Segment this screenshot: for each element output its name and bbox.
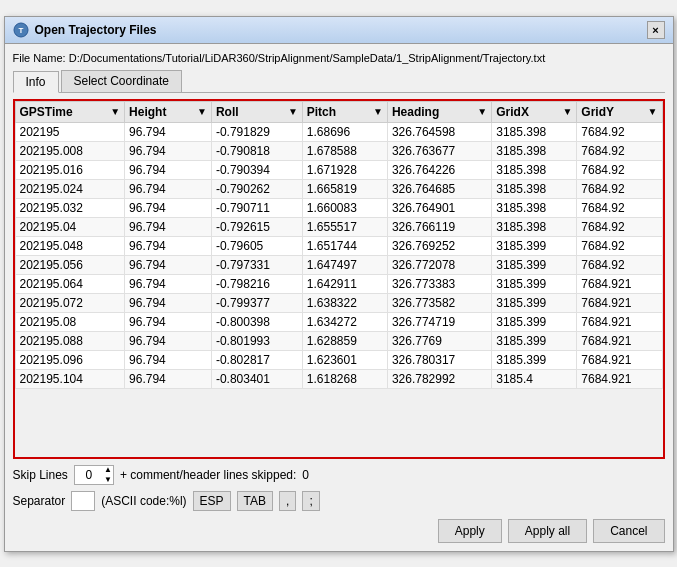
table-cell: 1.68696 xyxy=(302,122,387,141)
table-cell: 7684.92 xyxy=(577,122,662,141)
table-cell: -0.790262 xyxy=(211,179,302,198)
table-cell: 1.651744 xyxy=(302,236,387,255)
col-heading-arrow[interactable]: ▼ xyxy=(477,106,487,117)
col-gpstime-arrow[interactable]: ▼ xyxy=(110,106,120,117)
table-cell: 7684.92 xyxy=(577,179,662,198)
data-table-container[interactable]: GPSTime ▼ Height ▼ Roll xyxy=(13,99,665,459)
apply-button[interactable]: Apply xyxy=(438,519,502,543)
table-cell: 3185.398 xyxy=(492,122,577,141)
sep-btn-comma[interactable]: , xyxy=(279,491,296,511)
col-height-arrow[interactable]: ▼ xyxy=(197,106,207,117)
table-cell: 1.642911 xyxy=(302,274,387,293)
data-table: GPSTime ▼ Height ▼ Roll xyxy=(15,101,663,389)
table-row: 20219596.794-0.7918291.68696326.76459831… xyxy=(15,122,662,141)
col-heading[interactable]: Heading ▼ xyxy=(387,101,491,122)
table-cell: 326.773383 xyxy=(387,274,491,293)
table-cell: 202195.04 xyxy=(15,217,125,236)
table-row: 202195.05696.794-0.7973311.647497326.772… xyxy=(15,255,662,274)
table-cell: -0.79605 xyxy=(211,236,302,255)
sep-btn-esp[interactable]: ESP xyxy=(193,491,231,511)
close-button[interactable]: × xyxy=(647,21,665,39)
table-cell: 7684.921 xyxy=(577,331,662,350)
spinbox-down[interactable]: ▼ xyxy=(103,475,113,485)
cancel-button[interactable]: Cancel xyxy=(593,519,664,543)
col-gpstime[interactable]: GPSTime ▼ xyxy=(15,101,125,122)
app-icon: T xyxy=(13,22,29,38)
table-cell: 326.766119 xyxy=(387,217,491,236)
table-cell: 202195.056 xyxy=(15,255,125,274)
sep-btn-semicolon[interactable]: ; xyxy=(302,491,319,511)
table-cell: 96.794 xyxy=(125,141,212,160)
table-cell: 326.764901 xyxy=(387,198,491,217)
table-row: 202195.09696.794-0.8028171.623601326.780… xyxy=(15,350,662,369)
filepath-label: File Name: xyxy=(13,52,66,64)
skip-lines-spinbox[interactable]: ▲ ▼ xyxy=(74,465,114,485)
bottom-controls: Skip Lines ▲ ▼ + comment/header lines sk… xyxy=(13,465,665,543)
table-cell: 1.671928 xyxy=(302,160,387,179)
col-gridy[interactable]: GridY ▼ xyxy=(577,101,662,122)
table-cell: 326.764685 xyxy=(387,179,491,198)
table-cell: 96.794 xyxy=(125,160,212,179)
spinbox-arrows[interactable]: ▲ ▼ xyxy=(103,465,113,485)
table-cell: 7684.921 xyxy=(577,350,662,369)
separator-label: Separator xyxy=(13,494,66,508)
table-cell: 96.794 xyxy=(125,274,212,293)
col-roll-arrow[interactable]: ▼ xyxy=(288,106,298,117)
table-row: 202195.01696.794-0.7903941.671928326.764… xyxy=(15,160,662,179)
table-row: 202195.02496.794-0.7902621.665819326.764… xyxy=(15,179,662,198)
table-cell: 96.794 xyxy=(125,331,212,350)
col-pitch[interactable]: Pitch ▼ xyxy=(302,101,387,122)
table-row: 202195.04896.794-0.796051.651744326.7692… xyxy=(15,236,662,255)
table-cell: 7684.92 xyxy=(577,217,662,236)
table-cell: 202195.024 xyxy=(15,179,125,198)
spinbox-up[interactable]: ▲ xyxy=(103,465,113,475)
table-cell: 7684.921 xyxy=(577,369,662,388)
filepath-value: D:/Documentations/Tutorial/LiDAR360/Stri… xyxy=(69,52,545,64)
table-cell: 326.769252 xyxy=(387,236,491,255)
button-row: Apply Apply all Cancel xyxy=(13,519,665,543)
table-cell: 3185.399 xyxy=(492,293,577,312)
titlebar: T Open Trajectory Files × xyxy=(5,17,673,44)
col-gridx-arrow[interactable]: ▼ xyxy=(562,106,572,117)
table-row: 202195.0896.794-0.8003981.634272326.7747… xyxy=(15,312,662,331)
table-cell: 326.7769 xyxy=(387,331,491,350)
table-cell: -0.801993 xyxy=(211,331,302,350)
table-cell: 3185.398 xyxy=(492,198,577,217)
tab-select-coordinate[interactable]: Select Coordinate xyxy=(61,70,182,92)
col-gridy-arrow[interactable]: ▼ xyxy=(648,106,658,117)
apply-all-button[interactable]: Apply all xyxy=(508,519,587,543)
content-area: File Name: D:/Documentations/Tutorial/Li… xyxy=(5,44,673,551)
tab-info[interactable]: Info xyxy=(13,71,59,93)
table-cell: 96.794 xyxy=(125,312,212,331)
table-cell: 3185.399 xyxy=(492,255,577,274)
table-cell: 96.794 xyxy=(125,350,212,369)
table-cell: 1.660083 xyxy=(302,198,387,217)
col-gridx[interactable]: GridX ▼ xyxy=(492,101,577,122)
table-cell: 7684.921 xyxy=(577,274,662,293)
sep-btn-tab[interactable]: TAB xyxy=(237,491,273,511)
table-cell: 202195.016 xyxy=(15,160,125,179)
table-cell: 3185.398 xyxy=(492,217,577,236)
table-cell: 326.773582 xyxy=(387,293,491,312)
table-cell: 96.794 xyxy=(125,369,212,388)
table-cell: 3185.398 xyxy=(492,160,577,179)
separator-input[interactable] xyxy=(71,491,95,511)
col-roll[interactable]: Roll ▼ xyxy=(211,101,302,122)
col-pitch-arrow[interactable]: ▼ xyxy=(373,106,383,117)
table-cell: 7684.92 xyxy=(577,141,662,160)
skip-lines-input[interactable] xyxy=(75,467,103,483)
table-cell: -0.790818 xyxy=(211,141,302,160)
table-cell: 326.780317 xyxy=(387,350,491,369)
table-cell: -0.791829 xyxy=(211,122,302,141)
table-row: 202195.0496.794-0.7926151.655517326.7661… xyxy=(15,217,662,236)
window-title: Open Trajectory Files xyxy=(35,23,157,37)
table-row: 202195.00896.794-0.7908181.678588326.763… xyxy=(15,141,662,160)
table-cell: 96.794 xyxy=(125,198,212,217)
table-cell: 326.764226 xyxy=(387,160,491,179)
table-cell: 3185.398 xyxy=(492,179,577,198)
col-height[interactable]: Height ▼ xyxy=(125,101,212,122)
main-window: T Open Trajectory Files × File Name: D:/… xyxy=(4,16,674,552)
table-cell: 202195.072 xyxy=(15,293,125,312)
table-cell: 1.647497 xyxy=(302,255,387,274)
table-cell: 326.764598 xyxy=(387,122,491,141)
